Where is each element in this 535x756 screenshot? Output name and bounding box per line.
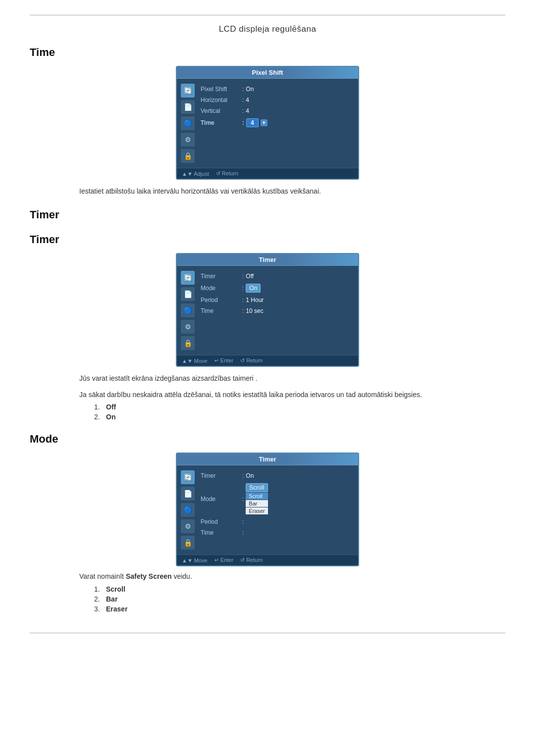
- mode-osd-footer: ▲▼ Move ↵ Enter ↺ Return: [177, 554, 358, 565]
- timer-osd-footer: ▲▼ Move ↵ Enter ↺ Return: [177, 355, 358, 366]
- mode-list-val-1: Scroll: [106, 585, 125, 593]
- osd-item-vertical: Vertical : 4: [201, 106, 354, 115]
- mode-intro-prefix: Varat nomainīt: [79, 572, 126, 580]
- mode-dropdown-opt-bar[interactable]: Bar: [246, 500, 268, 507]
- osd-icon-1: 🔄: [181, 84, 195, 98]
- mode-osd-title: Timer: [177, 454, 358, 465]
- mode-dropdown-opt-scroll[interactable]: Scroll: [246, 493, 268, 500]
- mode-osd-label-period: Period: [201, 518, 240, 525]
- osd-time-area: 4 ▼: [246, 118, 268, 127]
- mode-osd-label-time: Time: [201, 529, 240, 536]
- time-osd-icons: 🔄 📄 🔵 ⚙ 🔒: [181, 84, 195, 163]
- time-down-arrow[interactable]: ▼: [261, 119, 268, 126]
- timer-osd-value-mode: On: [246, 284, 261, 293]
- timer-osd-item-period: Period : 1 Hour: [201, 296, 354, 304]
- timer-list-item-1: 1. Off: [94, 403, 505, 411]
- osd-item-pixelshift: Pixel Shift : On: [201, 85, 354, 94]
- page-title: LCD displeja regulēšana: [30, 24, 505, 34]
- mode-list-val-2: Bar: [106, 595, 117, 603]
- timer-osd-icon-2: 📄: [181, 287, 195, 301]
- time-osd-box: Pixel Shift 🔄 📄 🔵 ⚙ 🔒 Pixel Shift : On: [176, 66, 359, 180]
- mode-osd-icon-2: 📄: [181, 487, 195, 501]
- footer-return: ↺ Return: [216, 170, 238, 177]
- mode-list-item-1: 1. Scroll: [94, 585, 505, 593]
- timer-osd-icon-5: 🔒: [181, 336, 195, 350]
- mode-footer-enter: ↵ Enter: [214, 557, 233, 563]
- mode-osd-item-timer: Timer : On: [201, 471, 354, 480]
- mode-intro-bold: Safety Screen: [126, 572, 172, 580]
- timer-list-num-2: 2.: [94, 413, 106, 421]
- mode-intro-text: Varat nomainīt Safety Screen veidu.: [79, 572, 505, 580]
- mode-list-item-2: 2. Bar: [94, 595, 505, 603]
- time-description: Iestatiet atbilstošu laika intervālu hor…: [79, 186, 505, 197]
- osd-icon-3: 🔵: [181, 116, 195, 130]
- timer-osd-menu-items: Timer : Off Mode : On Period : 1 Hour: [201, 271, 354, 350]
- section-heading-timer-top: Timer: [30, 208, 505, 221]
- timer-osd-item-timer: Timer : Off: [201, 272, 354, 281]
- time-osd-title: Pixel Shift: [177, 67, 358, 79]
- osd-label-time: Time: [201, 119, 240, 126]
- timer-osd-label-timer: Timer: [201, 273, 240, 280]
- section-heading-timer: Timer: [30, 233, 505, 246]
- section-heading-mode: Mode: [30, 433, 505, 446]
- timer-osd-icon-1: 🔄: [181, 271, 195, 285]
- timer-osd-icon-4: ⚙: [181, 320, 195, 334]
- timer-osd-value-time: 10 sec: [246, 307, 263, 314]
- time-osd-content: 🔄 📄 🔵 ⚙ 🔒 Pixel Shift : On Horizontal :: [177, 79, 358, 168]
- mode-osd-value-timer: On: [246, 472, 254, 479]
- timer-osd-icons: 🔄 📄 🔵 ⚙ 🔒: [181, 271, 195, 350]
- top-divider: [30, 15, 505, 15]
- timer-osd-label-mode: Mode: [201, 285, 240, 292]
- mode-osd-label-mode: Mode: [201, 496, 240, 503]
- timer-description1: Jūs varat iestatīt ekrāna izdegšanas aiz…: [79, 373, 505, 384]
- timer-list-val-2: On: [106, 413, 115, 421]
- osd-value-pixelshift: On: [246, 86, 254, 93]
- section-heading-time: Time: [30, 46, 505, 59]
- mode-osd-item-period: Period :: [201, 517, 354, 526]
- timer-description2: Ja sākat darbību neskaidra attēla dzēšan…: [79, 389, 505, 400]
- osd-item-time: Time : 4 ▼: [201, 117, 354, 128]
- mode-osd-icon-5: 🔒: [181, 536, 195, 550]
- mode-osd-icons: 🔄 📄 🔵 ⚙ 🔒: [181, 470, 195, 550]
- timer-osd-content: 🔄 📄 🔵 ⚙ 🔒 Timer : Off Mode : On: [177, 266, 358, 355]
- mode-osd-label-timer: Timer: [201, 472, 240, 479]
- mode-list-val-3: Eraser: [106, 605, 128, 613]
- mode-osd-icon-4: ⚙: [181, 519, 195, 533]
- mode-osd-value-scroll: Scroll: [246, 483, 268, 492]
- timer-footer-move: ▲▼ Move: [182, 357, 208, 364]
- mode-osd-screenshot: Timer 🔄 📄 🔵 ⚙ 🔒 Timer : On Mode: [30, 453, 505, 566]
- mode-osd-menu-items: Timer : On Mode : Scroll Scroll Bar Eras…: [201, 470, 354, 550]
- mode-dropdown-container: Scroll Scroll Bar Eraser: [246, 483, 268, 514]
- mode-osd-box: Timer 🔄 📄 🔵 ⚙ 🔒 Timer : On Mode: [176, 453, 359, 566]
- osd-label-pixelshift: Pixel Shift: [201, 86, 240, 93]
- osd-value-vertical: 4: [246, 107, 249, 114]
- mode-list-item-3: 3. Eraser: [94, 605, 505, 613]
- timer-list-val-1: Off: [106, 403, 116, 411]
- timer-osd-title: Timer: [177, 254, 358, 266]
- mode-list-num-1: 1.: [94, 585, 106, 593]
- timer-osd-label-time: Time: [201, 307, 240, 314]
- timer-footer-enter: ↵ Enter: [214, 357, 233, 364]
- mode-footer-return: ↺ Return: [240, 557, 263, 563]
- mode-osd-item-time: Time :: [201, 528, 354, 537]
- timer-osd-item-mode: Mode : On: [201, 283, 354, 294]
- osd-icon-4: ⚙: [181, 133, 195, 147]
- timer-osd-icon-3: 🔵: [181, 303, 195, 317]
- mode-osd-icon-3: 🔵: [181, 503, 195, 517]
- osd-label-vertical: Vertical: [201, 107, 240, 114]
- osd-value-horizontal: 4: [246, 97, 249, 103]
- osd-value-time: 4: [246, 118, 259, 127]
- timer-footer-return: ↺ Return: [240, 357, 263, 364]
- osd-icon-2: 📄: [181, 100, 195, 114]
- mode-osd-icon-1: 🔄: [181, 470, 195, 484]
- time-osd-screenshot: Pixel Shift 🔄 📄 🔵 ⚙ 🔒 Pixel Shift : On: [30, 66, 505, 180]
- footer-adjust: ▲▼ Adjust: [182, 170, 209, 177]
- mode-intro-end: veidu.: [172, 572, 192, 580]
- bottom-divider: [30, 633, 505, 633]
- mode-dropdown-opt-eraser[interactable]: Eraser: [246, 507, 268, 514]
- mode-osd-content: 🔄 📄 🔵 ⚙ 🔒 Timer : On Mode :: [177, 465, 358, 554]
- time-osd-menu-items: Pixel Shift : On Horizontal : 4 Vertical…: [201, 84, 354, 163]
- timer-list-num-1: 1.: [94, 403, 106, 411]
- osd-item-horizontal: Horizontal : 4: [201, 96, 354, 104]
- timer-osd-screenshot: Timer 🔄 📄 🔵 ⚙ 🔒 Timer : Off Mod: [30, 253, 505, 367]
